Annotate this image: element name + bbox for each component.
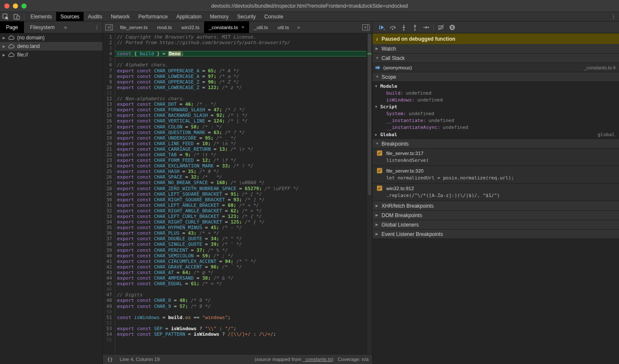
main-tab-elements[interactable]: Elements [26,12,56,21]
main-tab-sources[interactable]: Sources [56,12,84,21]
scope-group-script[interactable]: ▼Script [373,103,619,110]
line-number-gutter[interactable]: 1 [103,34,115,40]
scope-property[interactable]: __instantiate:undefined [373,117,619,124]
main-tab-network[interactable]: Network [106,12,134,21]
line-number-gutter[interactable]: 51 [103,315,115,320]
line-number-gutter[interactable]: 35 [103,225,115,230]
line-number-gutter[interactable]: 55 [103,337,115,343]
breakpoint-checkbox[interactable]: ✓ [377,185,382,191]
line-number-gutter[interactable]: 54 [103,331,115,337]
section-breakpoints[interactable]: ▼ Breakpoints [373,139,619,149]
line-number-gutter[interactable]: 12 [103,96,115,101]
scope-property[interactable]: build:undefined [373,90,619,96]
navigator-item-no-domain[interactable]: ▶(no domain) [0,33,102,42]
file-tab-util-ts[interactable]: _util.ts [249,21,273,33]
deactivate-breakpoints-button[interactable] [436,22,447,33]
main-tab-memory[interactable]: Memory [206,12,233,21]
breakpoint-location[interactable]: file_server.ts:317 [386,151,424,156]
navigator-tab-filesystem[interactable]: Filesystem [24,21,60,33]
breakpoint-location[interactable]: file_server.ts:320 [386,168,424,173]
line-number-gutter[interactable]: 11 [103,90,115,96]
line-number-gutter[interactable]: 27 [103,180,115,185]
scope-group-global[interactable]: ▶Globalglobal [373,131,619,138]
section-event-listener-breakpoints[interactable]: ▶Event Listener Breakpoints [373,230,619,239]
line-number-gutter[interactable]: 52 [103,320,115,326]
line-number-gutter[interactable]: 13 [103,101,115,107]
hide-navigator-icon[interactable] [105,24,113,30]
line-number-gutter[interactable]: 20 [103,141,115,146]
main-tab-audits[interactable]: Audits [84,12,106,21]
minimize-window-button[interactable] [13,3,18,9]
pretty-print-icon[interactable]: {} [107,357,113,362]
breakpoint-checkbox[interactable]: ✓ [377,168,382,173]
file-tab-constants-ts[interactable]: _constants.ts× [204,21,249,33]
line-number-gutter[interactable]: 18 [103,130,115,135]
line-number-gutter[interactable]: 24 [103,163,115,169]
step-into-button[interactable] [398,22,409,33]
line-number-gutter[interactable]: 50 [103,309,115,315]
show-debugger-icon[interactable] [362,24,370,30]
file-tab-overflow-icon[interactable]: » [294,21,303,33]
line-number-gutter[interactable]: 29 [103,191,115,197]
line-number-gutter[interactable]: 30 [103,197,115,203]
line-number-gutter[interactable]: 42 [103,264,115,270]
section-scope[interactable]: ▼ Scope [373,72,619,82]
editor-scrollbar[interactable] [367,33,372,354]
source-mapped-link[interactable]: _constants.ts [303,357,332,362]
inspect-element-icon[interactable] [0,12,11,21]
line-number-gutter[interactable]: 41 [103,259,115,264]
line-number-gutter[interactable]: 43 [103,270,115,275]
scrollbar-thumb[interactable] [368,33,371,195]
file-tab-util-ts[interactable]: util.ts [273,21,294,33]
line-number-gutter[interactable]: 16 [103,118,115,124]
line-number-gutter[interactable]: 39 [103,248,115,253]
line-number-gutter[interactable]: 9 [103,79,115,85]
line-number-gutter[interactable]: 4 [103,51,115,57]
line-number-gutter[interactable]: 19 [103,135,115,141]
line-number-gutter[interactable]: 49 [103,304,115,309]
line-number-gutter[interactable]: 46 [103,286,115,292]
main-tab-application[interactable]: Application [172,12,206,21]
pause-on-exceptions-button[interactable] [447,22,458,33]
line-number-gutter[interactable]: 25 [103,169,115,174]
line-number-gutter[interactable]: 5 [103,57,115,62]
file-tab-file-server-ts[interactable]: file_server.ts [115,21,153,33]
line-number-gutter[interactable]: 32 [103,208,115,214]
zoom-window-button[interactable] [21,3,27,9]
line-number-gutter[interactable]: 26 [103,174,115,180]
close-window-button[interactable] [4,3,9,9]
line-number-gutter[interactable]: 23 [103,158,115,163]
step-out-button[interactable] [409,22,421,33]
line-number-gutter[interactable]: 7 [103,68,115,74]
line-number-gutter[interactable]: 10 [103,85,115,90]
scope-property[interactable]: System:undefined [373,110,619,117]
call-stack-frame[interactable]: (anonymous) _constants.ts:4 [373,63,619,72]
main-tab-console[interactable]: Console [260,12,288,21]
main-menu-icon[interactable]: ⋮ [608,12,619,21]
line-number-gutter[interactable]: 21 [103,146,115,152]
navigator-tab-page[interactable]: Page [0,21,24,33]
resume-button[interactable] [376,22,387,33]
line-number-gutter[interactable]: 14 [103,107,115,113]
navigator-item-deno-land[interactable]: ▶deno.land [0,42,102,51]
line-number-gutter[interactable]: 48 [103,298,115,303]
scope-group-module[interactable]: ▼Module [373,83,619,90]
line-number-gutter[interactable]: 6 [103,62,115,68]
navigator-menu-icon[interactable]: ⋮ [91,21,102,33]
line-number-gutter[interactable]: 40 [103,253,115,259]
line-number-gutter[interactable]: 34 [103,219,115,225]
line-number-gutter[interactable]: 38 [103,242,115,247]
breakpoint-location[interactable]: win32.ts:912 [386,186,414,191]
line-number-gutter[interactable]: 22 [103,152,115,158]
navigator-item-file[interactable]: ▶file:// [0,51,102,59]
navigator-tab-overflow-icon[interactable]: » [60,21,70,33]
line-number-gutter[interactable]: 15 [103,113,115,118]
line-number-gutter[interactable]: 28 [103,186,115,191]
section-dom-breakpoints[interactable]: ▶DOM Breakpoints [373,211,619,220]
line-number-gutter[interactable]: 17 [103,124,115,130]
line-number-gutter[interactable]: 53 [103,326,115,331]
line-number-gutter[interactable]: 33 [103,214,115,219]
scope-property[interactable]: isWindows:undefined [373,96,619,103]
line-number-gutter[interactable]: 36 [103,230,115,236]
main-tab-performance[interactable]: Performance [134,12,172,21]
